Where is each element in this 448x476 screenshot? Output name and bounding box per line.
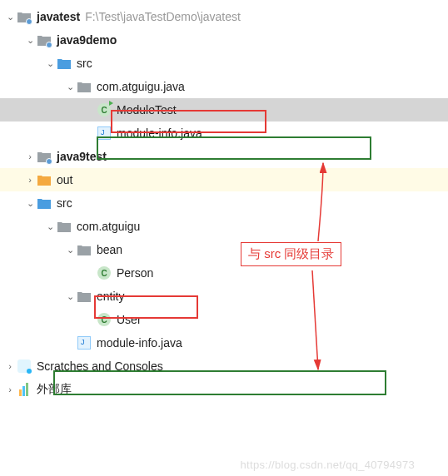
chevron-down-icon[interactable]: ⌄ xyxy=(43,220,57,233)
node-label: out xyxy=(55,173,72,186)
watermark: https://blog.csdn.net/qq_40794973 xyxy=(241,459,415,471)
package-folder-icon xyxy=(77,79,92,94)
tree-row-user[interactable]: ⌄ C User xyxy=(0,308,448,331)
chevron-right-icon[interactable]: › xyxy=(23,150,37,163)
chevron-down-icon[interactable]: ⌄ xyxy=(43,57,57,70)
svg-rect-2 xyxy=(57,60,71,69)
chevron-down-icon[interactable]: ⌄ xyxy=(63,80,77,93)
annotation-callout: 与 src 同级目录 xyxy=(241,242,341,266)
chevron-down-icon[interactable]: ⌄ xyxy=(23,196,37,210)
source-folder-icon xyxy=(37,196,52,211)
project-tree[interactable]: ⌄ javatest F:\Test\javaTestDemo\javatest… xyxy=(0,0,448,401)
tree-row-bean[interactable]: ⌄ bean xyxy=(0,238,448,261)
root-name: javatest xyxy=(35,10,80,23)
source-folder-icon xyxy=(57,56,72,71)
module-folder-icon xyxy=(37,149,52,164)
java-file-icon xyxy=(77,335,92,350)
project-folder-icon xyxy=(17,9,32,24)
java-file-icon xyxy=(97,126,112,141)
node-label: Scratches and Consoles xyxy=(35,359,163,373)
node-label: bean xyxy=(95,243,122,256)
tree-row-moduleinfo1[interactable]: ⌄ module-info.java xyxy=(0,121,448,145)
tree-row-java9demo[interactable]: ⌄ java9demo xyxy=(0,28,448,52)
package-folder-icon xyxy=(57,219,72,234)
node-label: Person xyxy=(115,266,153,280)
svg-rect-3 xyxy=(77,83,91,92)
node-label: ModuleTest xyxy=(115,103,177,117)
node-label: java9demo xyxy=(55,33,117,47)
tree-row-moduletest[interactable]: ⌄ C ModuleTest xyxy=(0,98,448,121)
libraries-icon xyxy=(17,382,32,397)
root-path: F:\Test\javaTestDemo\javatest xyxy=(80,10,241,23)
tree-row-external-libs[interactable]: › 外部库 xyxy=(0,378,448,401)
svg-rect-7 xyxy=(57,223,71,232)
chevron-down-icon[interactable]: ⌄ xyxy=(3,10,17,23)
node-label: 外部库 xyxy=(35,382,72,397)
tree-row-src2[interactable]: ⌄ src xyxy=(0,191,448,215)
svg-rect-6 xyxy=(37,200,51,209)
svg-rect-5 xyxy=(37,176,51,186)
tree-row-person[interactable]: ⌄ C Person xyxy=(0,261,448,285)
node-label: module-info.java xyxy=(95,336,182,350)
node-label: com.atguigu xyxy=(75,220,140,233)
chevron-down-icon[interactable]: ⌄ xyxy=(23,33,37,47)
tree-row-out[interactable]: › out xyxy=(0,168,448,191)
chevron-right-icon[interactable]: › xyxy=(3,383,17,396)
tree-row-scratches[interactable]: › Scratches and Consoles xyxy=(0,355,448,378)
tree-row-package1[interactable]: ⌄ com.atguigu.java xyxy=(0,75,448,98)
svg-rect-9 xyxy=(77,293,91,302)
class-icon: C xyxy=(97,265,112,280)
svg-rect-8 xyxy=(77,246,91,255)
node-label: com.atguigu.java xyxy=(95,80,185,93)
chevron-right-icon[interactable]: › xyxy=(3,359,17,373)
class-icon: C xyxy=(97,312,112,327)
tree-row-entity[interactable]: ⌄ entity xyxy=(0,285,448,308)
node-label: module-info.java xyxy=(115,126,202,140)
module-folder-icon xyxy=(37,32,52,47)
scratches-icon xyxy=(17,359,32,374)
node-label: src xyxy=(55,196,72,210)
chevron-down-icon[interactable]: ⌄ xyxy=(63,290,77,303)
node-label: User xyxy=(115,313,142,326)
node-label: src xyxy=(75,57,92,70)
package-folder-icon xyxy=(77,289,92,304)
tree-row-java9test[interactable]: › java9test xyxy=(0,145,448,168)
tree-row-root[interactable]: ⌄ javatest F:\Test\javaTestDemo\javatest xyxy=(0,5,448,28)
output-folder-icon xyxy=(37,172,52,187)
tree-row-package2[interactable]: ⌄ com.atguigu xyxy=(0,215,448,238)
chevron-right-icon[interactable]: › xyxy=(23,173,37,186)
class-runnable-icon: C xyxy=(97,102,112,117)
node-label: entity xyxy=(95,290,124,303)
package-folder-icon xyxy=(77,242,92,257)
tree-row-moduleinfo2[interactable]: ⌄ module-info.java xyxy=(0,331,448,355)
chevron-down-icon[interactable]: ⌄ xyxy=(63,243,77,256)
node-label: java9test xyxy=(55,150,107,163)
tree-row-src1[interactable]: ⌄ src xyxy=(0,52,448,75)
